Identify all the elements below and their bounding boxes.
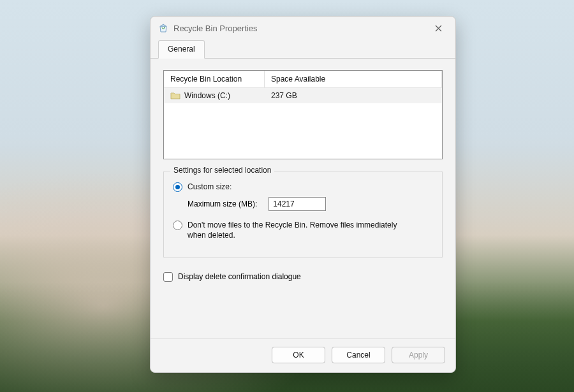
checkbox-icon [163,272,173,282]
table-header: Recycle Bin Location Space Available [164,71,442,88]
radio-custom-size[interactable]: Custom size: [173,182,433,192]
location-table[interactable]: Recycle Bin Location Space Available Win… [163,70,443,159]
group-legend: Settings for selected location [170,166,274,175]
settings-group: Settings for selected location Custom si… [163,171,443,258]
max-size-label: Maximum size (MB): [188,200,257,208]
window-title: Recycle Bin Properties [173,24,425,33]
tab-strip: General [151,40,455,59]
radio-label-dont-move: Don't move files to the Recycle Bin. Rem… [188,220,411,240]
table-row[interactable]: Windows (C:) 237 GB [164,88,442,103]
radio-label-custom: Custom size: [188,182,232,192]
close-button[interactable] [425,18,452,38]
drive-name: Windows (C:) [184,91,230,100]
radio-icon [173,182,182,192]
column-header-space[interactable]: Space Available [265,71,442,88]
radio-dont-move[interactable]: Don't move files to the Recycle Bin. Rem… [173,220,433,240]
max-size-input[interactable] [269,197,326,211]
display-confirmation-row[interactable]: Display delete confirmation dialogue [163,272,443,282]
tab-content: Recycle Bin Location Space Available Win… [151,59,455,338]
tab-general[interactable]: General [158,40,205,59]
max-size-row: Maximum size (MB): [188,197,433,211]
radio-icon [173,221,182,230]
recycle-bin-properties-dialog: Recycle Bin Properties General Recycle B… [150,16,456,373]
folder-icon [170,91,180,100]
dialog-footer: OK Cancel Apply [151,338,455,372]
display-confirmation-label: Display delete confirmation dialogue [178,272,301,281]
apply-button[interactable]: Apply [392,347,445,363]
cancel-button[interactable]: Cancel [332,347,385,363]
titlebar: Recycle Bin Properties [151,17,455,40]
column-header-location[interactable]: Recycle Bin Location [164,71,265,88]
recycle-bin-icon [158,23,168,33]
drive-space: 237 GB [271,91,297,100]
ok-button[interactable]: OK [272,347,325,363]
